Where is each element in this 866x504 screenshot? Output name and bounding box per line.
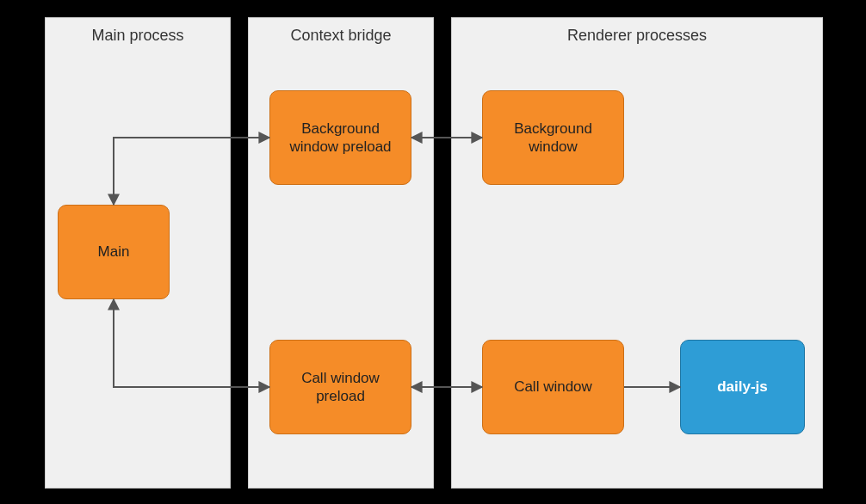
panel-title-renderer-processes: Renderer processes (452, 27, 822, 45)
node-call-preload: Call window preload (269, 340, 411, 434)
node-main-label: Main (98, 243, 130, 261)
node-call-preload-label: Call window preload (279, 369, 402, 406)
diagram-canvas: Main process Context bridge Renderer pro… (0, 0, 866, 504)
node-bg-window: Background window (482, 90, 624, 185)
node-bg-window-label: Background window (492, 120, 615, 157)
node-bg-preload: Background window preload (269, 90, 411, 185)
panel-title-context-bridge: Context bridge (249, 27, 433, 45)
node-call-window: Call window (482, 340, 624, 434)
node-bg-preload-label: Background window preload (279, 120, 402, 157)
node-daily-js-label: daily-js (717, 378, 768, 396)
node-main: Main (58, 205, 170, 299)
panel-title-main-process: Main process (46, 27, 230, 45)
node-call-window-label: Call window (514, 378, 592, 396)
node-daily-js: daily-js (680, 340, 805, 434)
